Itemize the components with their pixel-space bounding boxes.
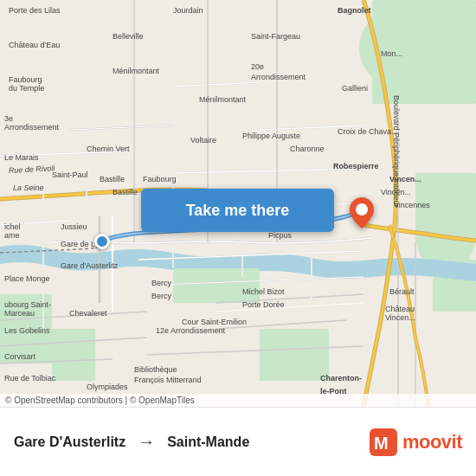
svg-text:Robespierre: Robespierre (333, 162, 379, 170)
svg-text:Mon...: Mon... (381, 49, 402, 58)
svg-text:Chemin Vert: Chemin Vert (87, 145, 130, 153)
svg-text:Chevaleret: Chevaleret (69, 309, 107, 318)
svg-text:Le Marais: Le Marais (4, 153, 39, 162)
svg-text:Saint-Fargeau: Saint-Fargeau (251, 32, 300, 41)
svg-text:Porte Dorée: Porte Dorée (242, 300, 285, 309)
origin-marker (94, 234, 110, 249)
moovit-brand-text: moovit (402, 431, 462, 453)
svg-text:20e: 20e (251, 62, 264, 71)
svg-text:Château d'Eau: Château d'Eau (9, 41, 60, 49)
svg-text:12e Arrondissement: 12e Arrondissement (156, 326, 226, 335)
svg-text:Olympiades: Olympiades (87, 383, 128, 391)
svg-text:Philippe Auguste: Philippe Auguste (242, 132, 300, 140)
svg-text:Faubourg: Faubourg (143, 175, 177, 183)
svg-text:La Seine: La Seine (13, 183, 44, 192)
svg-text:3e: 3e (4, 114, 13, 123)
svg-text:Bercy: Bercy (151, 292, 172, 300)
svg-text:Gare d'Austerlitz: Gare d'Austerlitz (61, 261, 119, 270)
svg-text:Croix de Chava...: Croix de Chava... (338, 127, 398, 136)
svg-text:Bastille: Bastille (100, 175, 125, 183)
svg-text:Charenton-: Charenton- (320, 374, 362, 383)
svg-text:Vincennes: Vincennes (394, 201, 430, 209)
svg-text:Jussieu: Jussieu (61, 222, 87, 231)
svg-text:Gallieni: Gallieni (342, 84, 368, 93)
svg-text:Arrondissement: Arrondissement (4, 123, 60, 132)
svg-text:Rue de Tolbiac: Rue de Tolbiac (4, 374, 56, 383)
svg-point-113 (356, 203, 368, 215)
bottom-bar: Gare D'Austerlitz → Saint-Mande M moovit (0, 407, 476, 476)
moovit-icon: M (370, 428, 397, 456)
svg-text:Cour Saint-Emilion: Cour Saint-Emilion (182, 318, 247, 326)
svg-text:Bastille: Bastille (113, 188, 138, 196)
svg-text:Place Monge: Place Monge (4, 274, 50, 283)
svg-text:Bagnolet: Bagnolet (338, 6, 371, 15)
svg-text:Arrondissement: Arrondissement (251, 73, 306, 81)
svg-text:Faubourg: Faubourg (9, 75, 42, 84)
svg-text:M: M (374, 434, 389, 453)
svg-text:ubourg Saint-: ubourg Saint- (4, 300, 51, 309)
svg-text:Bibliothèque: Bibliothèque (134, 365, 177, 374)
svg-text:Bérault: Bérault (389, 287, 415, 296)
moovit-logo: M moovit (370, 428, 462, 456)
svg-text:Vincen...: Vincen... (385, 313, 415, 322)
svg-rect-9 (173, 268, 260, 303)
svg-text:ame: ame (4, 231, 20, 240)
arrow-icon: → (138, 432, 155, 452)
svg-text:Marceau: Marceau (4, 309, 35, 318)
svg-text:Michel Bizot: Michel Bizot (242, 287, 285, 296)
svg-text:François Mitterrand: François Mitterrand (134, 376, 202, 384)
svg-text:Charonne: Charonne (290, 145, 325, 153)
take-me-there-button[interactable]: Take me there (141, 189, 334, 232)
svg-rect-6 (52, 329, 95, 381)
svg-text:Ménilmontant: Ménilmontant (199, 95, 247, 104)
cta-button-label: Take me there (186, 202, 290, 220)
svg-text:Belleville: Belleville (113, 32, 144, 41)
svg-text:Château: Château (385, 305, 415, 313)
svg-text:Porte des Lilas: Porte des Lilas (9, 6, 61, 15)
svg-rect-4 (260, 329, 329, 381)
destination-marker (350, 197, 374, 232)
svg-text:ichel: ichel (4, 222, 21, 231)
svg-text:Ménilmontant: Ménilmontant (113, 67, 160, 75)
svg-text:du Temple: du Temple (9, 84, 44, 93)
svg-text:Voltaire: Voltaire (190, 136, 216, 145)
origin-label: Gare D'Austerlitz (14, 434, 125, 450)
svg-text:Vincen...: Vincen... (381, 188, 411, 196)
svg-text:Saint-Paul: Saint-Paul (52, 170, 88, 179)
svg-text:Picpus: Picpus (268, 231, 293, 240)
map-attribution: © OpenStreetMap contributors | © OpenMap… (0, 394, 476, 407)
map-container: Porte des Lilas Jourdain Bagnolet Châtea… (0, 0, 476, 407)
svg-point-7 (359, 4, 454, 91)
svg-text:Bercy: Bercy (151, 279, 172, 287)
destination-label: Saint-Mande (167, 434, 249, 450)
svg-text:Vincen...: Vincen... (389, 175, 421, 183)
svg-text:Jourdain: Jourdain (173, 6, 203, 15)
svg-text:Corvisart: Corvisart (4, 352, 36, 361)
svg-text:Les Gobelins: Les Gobelins (4, 326, 50, 335)
